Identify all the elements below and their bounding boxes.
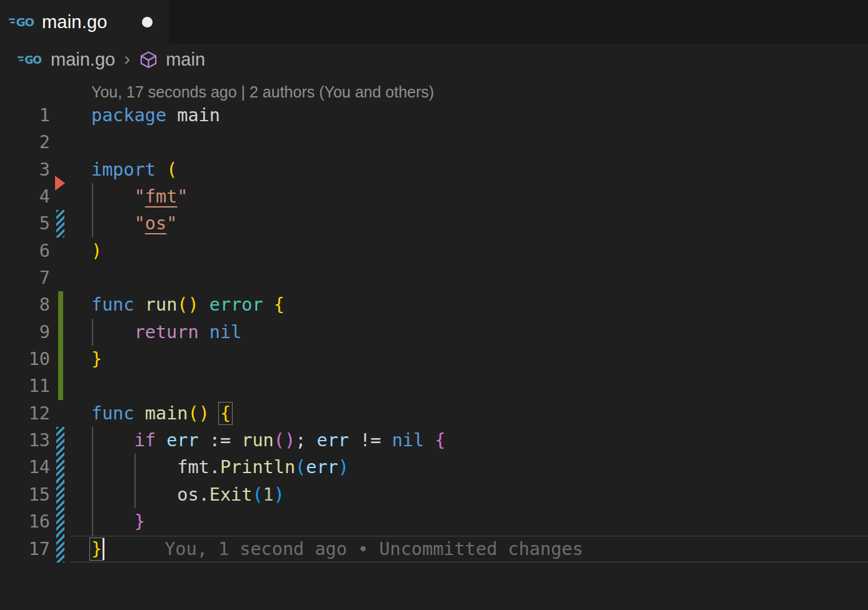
code-text[interactable]: return nil (71, 319, 868, 346)
code-token: " (177, 186, 188, 207)
gutter-added-indicator[interactable] (50, 372, 71, 399)
code-line-16: 16 } (0, 508, 868, 535)
code-token: { (435, 430, 445, 451)
code-token (306, 430, 316, 451)
gutter (50, 400, 71, 427)
modified-indicator-dot[interactable] (142, 17, 153, 28)
code-text[interactable]: import ( (71, 156, 868, 183)
line-number[interactable]: 15 (0, 481, 50, 508)
code-token: fmt (145, 186, 177, 207)
text-cursor (103, 538, 104, 560)
line-number[interactable]: 5 (0, 210, 50, 237)
code-token: ) (338, 457, 349, 478)
code-text[interactable] (71, 129, 868, 156)
code-text[interactable]: func run() error { (71, 291, 868, 318)
code-token: } (91, 536, 102, 562)
code-token: ) (285, 430, 295, 451)
code-token (156, 430, 166, 451)
line-number[interactable]: 7 (0, 264, 50, 291)
code-text[interactable]: ) (71, 238, 868, 264)
code-text[interactable]: os.Exit(1) (71, 481, 868, 508)
breadcrumb-symbol[interactable]: main (166, 49, 205, 70)
code-token: " (134, 186, 145, 207)
code-token: ) (199, 403, 209, 424)
gutter-deleted-indicator[interactable] (55, 176, 65, 191)
code-token (199, 430, 209, 451)
code-text[interactable]: "os" (71, 210, 868, 237)
code-token: ) (274, 484, 285, 505)
code-text[interactable]: package main (71, 102, 868, 129)
line-number[interactable]: 8 (0, 291, 50, 318)
line-number[interactable]: 16 (0, 508, 50, 535)
tab-main-go[interactable]: GO main.go (0, 0, 169, 44)
code-token: ) (188, 294, 198, 315)
code-token: != (360, 430, 381, 451)
code-editor[interactable]: You, 17 seconds ago | 2 authors (You and… (0, 82, 868, 562)
code-token: err (306, 457, 338, 478)
code-token: nil (209, 322, 241, 342)
code-token: if (134, 430, 156, 451)
gutter (50, 129, 71, 156)
line-number[interactable]: 13 (0, 427, 50, 454)
code-token (91, 213, 134, 234)
line-number[interactable]: 12 (0, 400, 50, 427)
code-token: } (91, 349, 102, 369)
indent-guide (134, 454, 136, 481)
line-number[interactable]: 9 (0, 319, 50, 346)
tab-bar: GO main.go (0, 0, 868, 44)
go-file-icon: GO (9, 14, 35, 30)
code-token (91, 186, 134, 207)
code-line-15: 15 os.Exit(1) (0, 481, 868, 508)
line-number[interactable]: 4 (0, 183, 50, 210)
code-token: . (209, 457, 220, 478)
code-text[interactable]: "fmt" (71, 183, 868, 210)
code-text[interactable]: fmt.Println(err) (71, 454, 868, 481)
indent-guide (92, 210, 93, 237)
code-token: main (145, 403, 188, 424)
code-text[interactable]: func main() { (71, 400, 868, 427)
line-number[interactable]: 10 (0, 346, 50, 372)
code-text[interactable] (71, 372, 868, 399)
gutter-modified-indicator[interactable] (50, 481, 71, 508)
code-token (91, 511, 134, 532)
line-number[interactable]: 6 (0, 238, 50, 264)
line-number[interactable]: 1 (0, 102, 50, 129)
code-token: } (134, 511, 145, 532)
gutter-modified-indicator[interactable] (50, 454, 71, 481)
line-number[interactable]: 2 (0, 129, 50, 156)
svg-text:GO: GO (24, 54, 41, 66)
code-text[interactable]: } (71, 346, 868, 372)
gutter-modified-indicator[interactable] (50, 508, 71, 535)
code-token: main (177, 105, 220, 126)
code-token (263, 294, 274, 315)
gutter-modified-indicator[interactable] (50, 427, 71, 454)
code-text[interactable]: }You, 1 second ago • Uncommitted changes (71, 536, 868, 562)
indent-guide (134, 481, 136, 508)
code-line-9: 9 return nil (0, 319, 868, 346)
code-token (156, 159, 166, 180)
code-text[interactable]: if err := run(); err != nil { (71, 427, 868, 454)
code-token: ) (91, 241, 102, 261)
line-number[interactable]: 11 (0, 372, 50, 399)
line-number[interactable]: 14 (0, 454, 50, 481)
svg-text:GO: GO (16, 16, 34, 29)
gutter (50, 102, 71, 129)
git-blame-header: You, 17 seconds ago | 2 authors (You and… (91, 82, 868, 102)
gutter-added-indicator[interactable] (50, 291, 71, 318)
line-number[interactable]: 3 (0, 156, 50, 183)
code-lines: 1package main23import (4 "fmt"5 "os"6)78… (0, 102, 868, 562)
line-number[interactable]: 17 (0, 536, 50, 562)
code-token: ( (274, 430, 285, 451)
code-token: Println (220, 457, 295, 478)
gutter-added-indicator[interactable] (50, 319, 71, 346)
gutter-modified-indicator[interactable] (50, 536, 71, 562)
gutter[interactable] (50, 183, 71, 210)
code-text[interactable] (71, 264, 868, 291)
tab-label: main.go (42, 12, 108, 32)
code-text[interactable]: } (71, 508, 868, 535)
breadcrumb-file[interactable]: main.go (51, 49, 115, 70)
code-token: ( (188, 403, 198, 424)
gutter-added-indicator[interactable] (50, 346, 71, 372)
code-line-5: 5 "os" (0, 210, 868, 237)
gutter-modified-indicator[interactable] (50, 210, 71, 237)
